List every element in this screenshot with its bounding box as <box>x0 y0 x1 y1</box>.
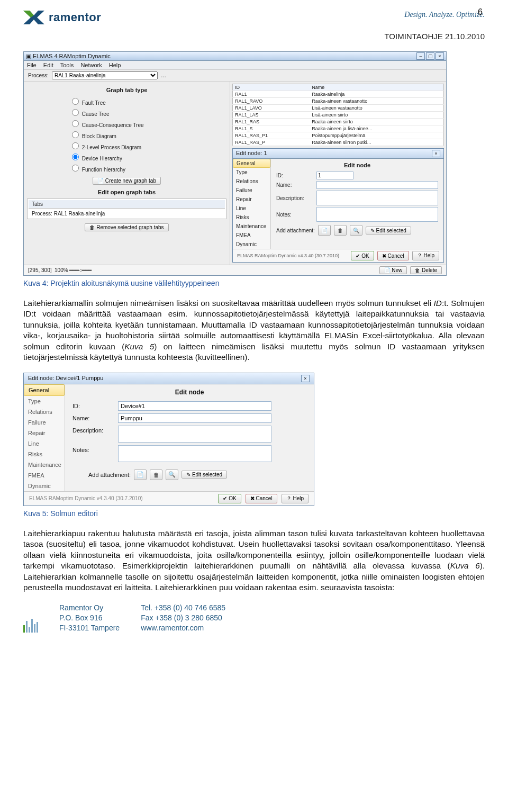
figure-caption-5: Kuva 5: Solmun editori <box>23 509 485 518</box>
edit-node-2-tabs: General Type Relations Failure Repair Li… <box>24 384 65 491</box>
attach-file-icon[interactable]: 📄 <box>318 225 331 236</box>
edit-node-heading: Edit node <box>276 162 438 168</box>
tab-repair[interactable]: Repair <box>233 195 270 204</box>
col-id: ID <box>233 84 310 91</box>
attach-file-icon[interactable]: 📄 <box>134 470 147 480</box>
close-button[interactable]: × <box>436 52 444 60</box>
edit-open-tabs-title: Edit open graph tabs <box>27 189 226 195</box>
radio-cause-tree[interactable]: Cause Tree <box>69 107 226 117</box>
tabs-header: Tabs <box>29 200 225 209</box>
status-zoom: 100% <box>55 267 68 273</box>
ok-button[interactable]: ✔ OK <box>351 251 374 260</box>
tab-risks[interactable]: Risks <box>233 213 270 222</box>
help-button[interactable]: ？ Help <box>282 494 309 503</box>
radio-2level[interactable]: 2-Level Process Diagram <box>69 141 226 150</box>
tab-relations[interactable]: Relations <box>233 177 270 186</box>
notes-input[interactable] <box>316 207 438 222</box>
radio-fault-tree[interactable]: Fault Tree <box>69 96 226 106</box>
menubar: File Edit Tools Network Help <box>24 61 446 70</box>
name-input[interactable] <box>118 413 271 423</box>
menu-tools[interactable]: Tools <box>60 62 74 68</box>
help-button[interactable]: ？ Help <box>412 251 439 260</box>
close-icon[interactable]: × <box>432 150 440 157</box>
process-select[interactable]: RAL1 Raaka-ainelinja <box>52 71 158 79</box>
radio-cct[interactable]: Cause-Consequence Tree <box>69 119 226 128</box>
desc-label: Description: <box>276 195 311 201</box>
table-row: RAL1_LASLisä-aineen siirto <box>233 112 444 119</box>
tab-fmea[interactable]: FMEA <box>233 231 270 240</box>
col-name: Name <box>310 84 443 91</box>
desc-input[interactable] <box>316 191 438 205</box>
edit-selected-button[interactable]: ✎ Edit selected <box>366 227 411 234</box>
tab-failure[interactable]: Failure <box>24 417 65 428</box>
edit-selected-button[interactable]: ✎ Edit selected <box>182 471 227 479</box>
id-input[interactable] <box>316 172 353 179</box>
status-new-button[interactable]: 📄 New <box>379 266 407 274</box>
ok-button[interactable]: ✔ OK <box>218 494 241 503</box>
tab-fmea[interactable]: FMEA <box>24 470 65 481</box>
cancel-button[interactable]: ✖ Cancel <box>377 251 409 260</box>
remove-tabs-button[interactable]: 🗑 Remove selected graph tabs <box>85 223 168 231</box>
attach-label: Add attachment: <box>88 472 131 478</box>
footer-pobox: P.O. Box 916 <box>59 613 120 623</box>
create-graph-tab-button[interactable]: 📄 Create new graph tab <box>93 177 161 185</box>
radio-device-hierarchy[interactable]: Device Hierarchy <box>69 152 226 161</box>
search-icon[interactable]: … <box>161 73 166 78</box>
tab-line[interactable]: Line <box>233 204 270 213</box>
edit-node-title: Edit node: 1 <box>236 150 267 157</box>
tab-dynamic[interactable]: Dynamic <box>24 481 65 491</box>
attach-remove-icon[interactable]: 🗑 <box>150 470 162 480</box>
cancel-button[interactable]: ✖ Cancel <box>246 494 277 503</box>
brand-name: ramentor <box>49 11 101 24</box>
tab-relations[interactable]: Relations <box>24 407 65 417</box>
edit-node-dialog: Edit node: 1 × General Type Relations Fa… <box>232 148 444 263</box>
attach-view-icon[interactable]: 🔍 <box>350 225 362 236</box>
attach-label: Add attachment: <box>276 228 315 233</box>
radio-block-diagram[interactable]: Block Diagram <box>69 130 226 139</box>
tab-risks[interactable]: Risks <box>24 449 65 459</box>
tab-maintenance[interactable]: Maintenance <box>24 459 65 470</box>
tab-repair[interactable]: Repair <box>24 428 65 438</box>
tab-general[interactable]: General <box>24 384 65 396</box>
edit-node-dialog-2: Edit node: Device#1 Pumppu × General Typ… <box>23 373 314 506</box>
tab-failure[interactable]: Failure <box>233 186 270 195</box>
tab-dynamic[interactable]: Dynamic <box>233 240 270 249</box>
doc-header-right: TOIMINTAOHJE 21.10.2010 <box>23 32 485 41</box>
table-row: RAL1_SRaaka-aineen ja lisä-ainee... <box>233 125 444 132</box>
desc-input[interactable] <box>118 426 271 443</box>
radio-function-hierarchy[interactable]: Function hierarchy <box>69 163 226 173</box>
minimize-button[interactable]: – <box>416 52 425 60</box>
tab-maintenance[interactable]: Maintenance <box>233 222 270 231</box>
table-row: RAL1_RAVORaaka-aineen vastaanotto <box>233 98 444 105</box>
open-tabs-table[interactable]: Tabs Process: RAL1 Raaka-ainelinja <box>27 199 226 219</box>
status-delete-button[interactable]: 🗑 Delete <box>410 266 442 274</box>
tabs-row[interactable]: Process: RAL1 Raaka-ainelinja <box>29 210 225 218</box>
attach-remove-icon[interactable]: 🗑 <box>334 225 347 236</box>
window-title: ▣ ELMAS 4 RAMoptim Dynamic <box>26 53 111 60</box>
id-label: ID: <box>72 401 111 409</box>
attach-view-icon[interactable]: 🔍 <box>166 470 178 480</box>
menu-edit[interactable]: Edit <box>43 62 53 68</box>
app-window: ▣ ELMAS 4 RAMoptim Dynamic – ▢ × File Ed… <box>23 51 447 276</box>
id-input[interactable] <box>118 401 271 411</box>
titlebar: ▣ ELMAS 4 RAMoptim Dynamic – ▢ × <box>24 52 446 61</box>
edit-node-tabs: General Type Relations Failure Repair Li… <box>233 159 271 249</box>
tab-type[interactable]: Type <box>233 168 270 177</box>
name-input[interactable] <box>316 181 438 189</box>
menu-file[interactable]: File <box>27 62 37 68</box>
footer-web: www.ramentor.com <box>141 623 225 633</box>
footer-mark-icon <box>23 617 38 633</box>
tab-type[interactable]: Type <box>24 396 65 407</box>
id-label: ID: <box>276 173 311 178</box>
tab-general[interactable]: General <box>233 159 270 168</box>
edit-node-2-heading: Edit node <box>72 389 306 396</box>
notes-input[interactable] <box>118 445 271 462</box>
version-label: ELMAS RAMoptim Dynamic v4.3.40 (30.7.201… <box>29 495 143 501</box>
maximize-button[interactable]: ▢ <box>426 52 434 60</box>
menu-network[interactable]: Network <box>80 62 102 68</box>
desc-label: Description: <box>72 426 111 434</box>
id-name-table[interactable]: IDName RAL1Raaka-ainelinja RAL1_RAVORaak… <box>232 84 444 146</box>
close-icon[interactable]: × <box>301 375 310 382</box>
menu-help[interactable]: Help <box>109 62 121 68</box>
tab-line[interactable]: Line <box>24 438 65 449</box>
